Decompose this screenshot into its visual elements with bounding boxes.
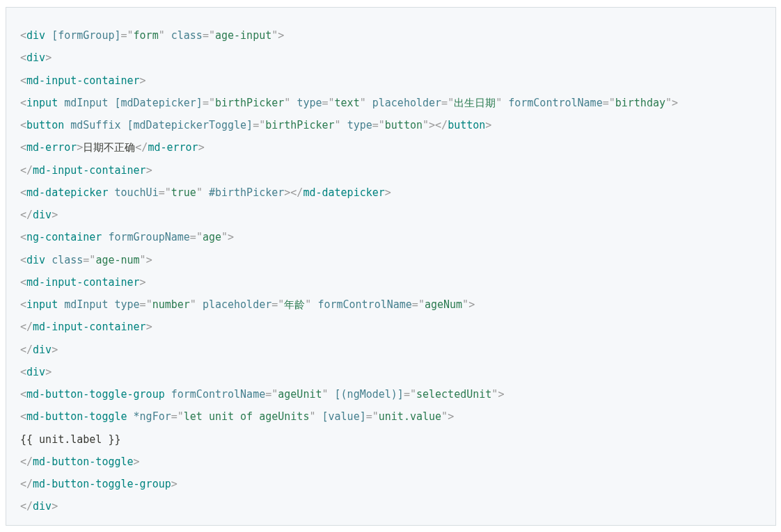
token-q: " [496, 97, 502, 109]
token-p: </ [20, 500, 33, 513]
token-p: = [265, 388, 271, 401]
token-t: md-button-toggle [33, 456, 134, 468]
token-s: form [134, 29, 159, 42]
token-p: = [603, 97, 609, 109]
token-a: [(ngModel)] [335, 388, 404, 401]
token-p: </ [20, 478, 33, 490]
code-line: <md-button-toggle *ngFor="let unit of ag… [20, 405, 768, 428]
token-p: > [140, 74, 146, 87]
token-p: < [20, 254, 26, 266]
code-line: <div [formGroup]="form" class="age-input… [20, 24, 768, 47]
token-s: button [385, 119, 423, 131]
token-tx [121, 119, 127, 131]
token-t: ng-container [26, 231, 102, 243]
token-p: < [20, 97, 26, 109]
token-tx [45, 254, 52, 266]
token-q: " [360, 97, 366, 109]
token-tx [165, 388, 171, 401]
token-p: = [322, 97, 329, 109]
token-p: > [146, 254, 152, 266]
token-q: " [140, 254, 146, 266]
token-p: = [140, 298, 146, 311]
token-a: [mdDatepickerToggle] [127, 119, 253, 131]
token-p: > [146, 164, 152, 177]
token-q: " [127, 29, 134, 42]
token-a: formControlName [171, 388, 265, 401]
token-q: " [196, 231, 203, 243]
token-tx [165, 29, 171, 42]
token-p: < [20, 29, 26, 42]
token-q: " [335, 119, 341, 131]
token-s: unit.value [379, 410, 441, 423]
code-line: </md-input-container> [20, 316, 768, 338]
token-q: " [196, 186, 203, 199]
code-line: <input mdInput type="number" placeholder… [20, 293, 768, 316]
token-t: md-datepicker [26, 186, 108, 199]
token-t: md-datepicker [303, 186, 384, 199]
token-p: = [366, 410, 372, 423]
token-a: formGroupName [108, 231, 189, 243]
token-s: number [152, 298, 190, 311]
token-s: birthday [615, 97, 665, 109]
token-t: button [448, 119, 485, 131]
token-t: button [26, 119, 64, 131]
token-p: </ [20, 456, 33, 468]
token-tx [58, 298, 64, 311]
token-t: div [26, 254, 45, 266]
code-line: <div> [20, 361, 768, 383]
token-tx: {{ unit.label }} [20, 433, 121, 446]
token-p: = [203, 97, 209, 109]
token-q: " [271, 29, 278, 42]
token-p: = [83, 254, 89, 266]
code-line: <ng-container formGroupName="age"> [20, 226, 768, 248]
token-a: [formGroup] [52, 29, 120, 42]
token-q: " [448, 97, 454, 109]
token-p: ></ [429, 119, 448, 131]
token-s: text [335, 97, 360, 109]
token-a: formControlName [508, 97, 602, 109]
token-p: < [20, 231, 26, 243]
token-a: type [347, 119, 372, 131]
token-q: " [190, 298, 196, 311]
token-tx [64, 119, 70, 131]
token-p: </ [20, 209, 33, 221]
token-t: div [26, 29, 45, 42]
token-a: mdInput [64, 298, 108, 311]
token-q: " [284, 97, 290, 109]
token-t: md-button-toggle-group [33, 478, 171, 490]
token-p: = [412, 298, 418, 311]
token-p: < [20, 366, 26, 378]
token-a: [mdDatepicker] [114, 97, 202, 109]
token-s: age-input [215, 29, 271, 42]
token-p: > [52, 344, 58, 356]
token-a: placeholder [203, 298, 271, 311]
token-p: < [20, 298, 26, 311]
code-line: <button mdSuffix [mdDatepickerToggle]="b… [20, 114, 768, 136]
code-line: </md-button-toggle-group> [20, 473, 768, 495]
token-p: > [140, 276, 146, 289]
token-p: = [404, 388, 410, 401]
code-block: <div [formGroup]="form" class="age-input… [6, 7, 776, 526]
token-tx [341, 119, 347, 131]
token-tx [196, 298, 203, 311]
code-line: <input mdInput [mdDatepicker]="birthPick… [20, 92, 768, 114]
token-a: *ngFor [134, 410, 171, 423]
token-q: " [329, 97, 335, 109]
token-p: = [159, 186, 165, 199]
code-line: </div> [20, 339, 768, 361]
token-p: > [45, 51, 52, 64]
token-q: " [209, 29, 215, 42]
token-q: " [322, 388, 329, 401]
token-s: 年龄 [284, 298, 305, 311]
token-p: ></ [284, 186, 303, 199]
code-line: <md-input-container> [20, 271, 768, 293]
token-t: md-button-toggle [26, 410, 127, 423]
token-p: < [20, 119, 26, 131]
token-p: > [385, 186, 391, 199]
code-line: <md-error>日期不正确</md-error> [20, 136, 768, 159]
token-q: " [410, 388, 416, 401]
token-t: md-input-container [33, 321, 146, 333]
token-t: div [26, 366, 45, 378]
token-q: " [462, 298, 468, 311]
token-p: </ [20, 344, 33, 356]
